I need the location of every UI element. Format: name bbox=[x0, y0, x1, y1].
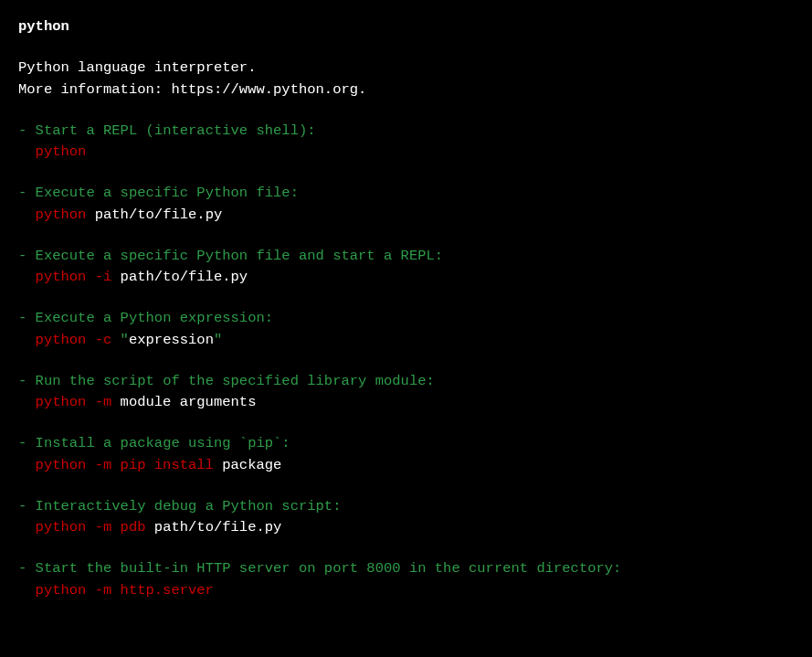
example-description-line: - Start a REPL (interactive shell): bbox=[18, 121, 794, 142]
bullet-dash: - bbox=[18, 248, 36, 264]
example-description-line: - Install a package using `pip`: bbox=[18, 433, 794, 454]
example-item: - Start the built-in HTTP server on port… bbox=[18, 558, 794, 601]
command-description: Python language interpreter. More inform… bbox=[18, 58, 794, 101]
example-command-line: python -m module arguments bbox=[18, 392, 794, 413]
example-command-line: python -m http.server bbox=[18, 580, 794, 601]
quote-char: " bbox=[121, 332, 129, 348]
command-text: python bbox=[36, 207, 95, 223]
example-item: - Execute a Python expression: python -c… bbox=[18, 308, 794, 351]
example-description-line: - Start the built-in HTTP server on port… bbox=[18, 558, 794, 579]
example-command-line: python -m pdb path/to/file.py bbox=[18, 517, 794, 538]
command-text: python -m http.server bbox=[36, 582, 214, 599]
argument-text: path/to/file.py bbox=[154, 519, 282, 535]
argument-text: expression bbox=[129, 332, 214, 348]
example-description-line: - Run the script of the specified librar… bbox=[18, 371, 794, 392]
example-description: Execute a specific Python file and start… bbox=[36, 248, 443, 264]
command-text: python -i bbox=[36, 269, 121, 285]
description-line: More information: https://www.python.org… bbox=[18, 79, 794, 101]
quote-char: " bbox=[214, 332, 222, 348]
example-description: Execute a specific Python file: bbox=[36, 185, 299, 201]
example-item: - Interactively debug a Python script: p… bbox=[18, 496, 794, 539]
example-description-line: - Interactively debug a Python script: bbox=[18, 496, 794, 517]
example-description-line: - Execute a Python expression: bbox=[18, 308, 794, 329]
example-command-line: python bbox=[18, 142, 794, 163]
example-command-line: python path/to/file.py bbox=[18, 205, 794, 226]
command-title: python bbox=[18, 16, 794, 37]
example-description-line: - Execute a specific Python file: bbox=[18, 183, 794, 204]
example-item: - Install a package using `pip`: python … bbox=[18, 433, 794, 476]
example-description-line: - Execute a specific Python file and sta… bbox=[18, 246, 794, 267]
bullet-dash: - bbox=[18, 122, 36, 139]
example-command-line: python -c "expression" bbox=[18, 330, 794, 351]
example-item: - Execute a specific Python file and sta… bbox=[18, 246, 794, 289]
command-text: python -m pdb bbox=[36, 519, 154, 535]
command-text: python -c bbox=[36, 332, 121, 348]
bullet-dash: - bbox=[18, 185, 36, 201]
example-description: Run the script of the specified library … bbox=[36, 373, 435, 389]
command-text: python -m bbox=[36, 394, 121, 410]
example-item: - Start a REPL (interactive shell): pyth… bbox=[18, 121, 794, 164]
example-description: Interactively debug a Python script: bbox=[36, 498, 342, 514]
bullet-dash: - bbox=[18, 498, 36, 514]
example-item: - Execute a specific Python file: python… bbox=[18, 183, 794, 226]
example-description: Install a package using `pip`: bbox=[36, 435, 290, 451]
argument-text: package bbox=[222, 457, 281, 473]
command-text: python -m pip install bbox=[36, 457, 223, 473]
example-item: - Run the script of the specified librar… bbox=[18, 371, 794, 414]
example-description: Start the built-in HTTP server on port 8… bbox=[36, 560, 622, 577]
argument-text: module arguments bbox=[121, 394, 257, 410]
example-command-line: python -i path/to/file.py bbox=[18, 267, 794, 288]
example-description: Start a REPL (interactive shell): bbox=[36, 122, 316, 139]
description-line: Python language interpreter. bbox=[18, 58, 794, 79]
bullet-dash: - bbox=[18, 435, 36, 451]
example-description: Execute a Python expression: bbox=[36, 310, 273, 326]
bullet-dash: - bbox=[18, 373, 36, 389]
examples-list: - Start a REPL (interactive shell): pyth… bbox=[18, 121, 794, 601]
argument-text: path/to/file.py bbox=[95, 207, 223, 223]
bullet-dash: - bbox=[18, 310, 36, 326]
bullet-dash: - bbox=[18, 560, 36, 577]
example-command-line: python -m pip install package bbox=[18, 455, 794, 476]
command-text: python bbox=[36, 143, 87, 160]
argument-text: path/to/file.py bbox=[121, 269, 248, 285]
